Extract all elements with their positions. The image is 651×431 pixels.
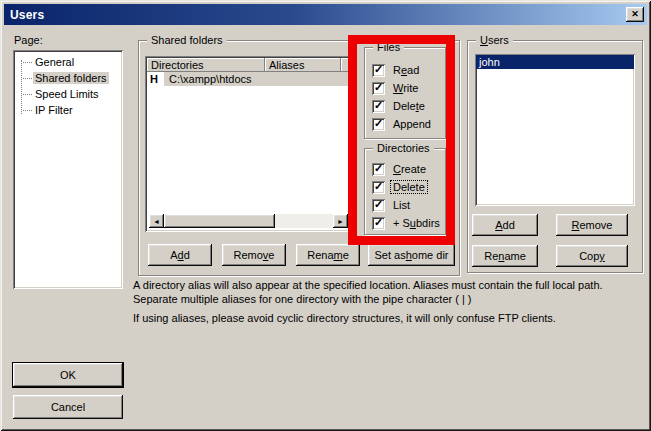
close-button[interactable]: ✕: [626, 7, 644, 22]
checkbox-row-write[interactable]: ✓ Write: [372, 79, 443, 97]
directory-path: C:\xampp\htdocs: [164, 72, 350, 86]
sidebar-item-speed-limits[interactable]: Speed Limits: [33, 86, 121, 102]
check-icon: ✓: [374, 81, 383, 94]
check-icon: ✓: [374, 99, 383, 112]
file-delete-checkbox-label: Delete: [391, 100, 427, 112]
subdirs-checkbox[interactable]: ✓: [372, 217, 385, 230]
check-icon: ✓: [374, 162, 383, 175]
column-header-filler: [341, 58, 350, 72]
ok-button[interactable]: OK: [13, 363, 123, 387]
sidebar-item-general[interactable]: General: [33, 54, 121, 70]
append-checkbox-label: Append: [391, 118, 433, 130]
title-bar[interactable]: Users: [4, 4, 647, 25]
folder-add-button[interactable]: Add: [148, 244, 212, 266]
sidebar-item-ip-filter[interactable]: IP Filter: [33, 102, 121, 118]
checkbox-row-dir-delete[interactable]: ✓ Delete: [372, 178, 443, 196]
scroll-left-button[interactable]: ◄: [149, 214, 164, 228]
close-icon: ✕: [631, 10, 639, 19]
window-title: Users: [10, 8, 44, 22]
check-icon: ✓: [374, 180, 383, 193]
user-rename-button[interactable]: Rename: [472, 245, 538, 267]
subdirs-checkbox-label: + Subdirs: [391, 217, 442, 229]
page-tree[interactable]: General Shared folders Speed Limits IP F…: [13, 50, 123, 289]
cancel-button[interactable]: Cancel: [13, 395, 123, 419]
checkbox-row-list[interactable]: ✓ List: [372, 196, 443, 214]
users-listbox[interactable]: john: [475, 54, 635, 206]
user-copy-button[interactable]: Copy: [556, 245, 628, 267]
list-checkbox[interactable]: ✓: [372, 199, 385, 212]
append-checkbox[interactable]: ✓: [372, 118, 385, 131]
dir-delete-checkbox-label: Delete: [391, 181, 427, 193]
sidebar-item-shared-folders[interactable]: Shared folders: [33, 70, 121, 86]
notes-section: A directory alias will also appear at th…: [133, 278, 645, 330]
column-header-aliases[interactable]: Aliases: [265, 58, 341, 72]
checkbox-row-append[interactable]: ✓ Append: [372, 115, 443, 133]
user-remove-button[interactable]: Remove: [556, 214, 628, 236]
scroll-right-button[interactable]: ►: [333, 214, 348, 228]
directories-group: Directories ✓ Create ✓ Delete ✓ List ✓ +…: [364, 148, 446, 235]
scrollbar-thumb[interactable]: [164, 214, 275, 228]
checkbox-row-read[interactable]: ✓ Read: [372, 61, 443, 79]
file-delete-checkbox[interactable]: ✓: [372, 100, 385, 113]
table-row[interactable]: H C:\xampp\htdocs: [147, 72, 350, 86]
scroll-right-icon: ►: [337, 218, 344, 225]
check-icon: ✓: [374, 117, 383, 130]
checkbox-row-create[interactable]: ✓ Create: [372, 160, 443, 178]
create-checkbox-label: Create: [391, 163, 428, 175]
checkbox-row-file-delete[interactable]: ✓ Delete: [372, 97, 443, 115]
column-header-directories[interactable]: Directories: [147, 58, 265, 72]
read-checkbox[interactable]: ✓: [372, 64, 385, 77]
cyclic-note: If using aliases, please avoid cyclic di…: [133, 311, 645, 325]
user-add-button[interactable]: Add: [472, 214, 538, 236]
shared-folders-group-label: Shared folders: [147, 34, 227, 46]
home-flag: H: [147, 72, 164, 86]
folder-rename-button[interactable]: Rename: [296, 244, 360, 266]
check-icon: ✓: [374, 216, 383, 229]
folder-remove-button[interactable]: Remove: [222, 244, 286, 266]
files-group: Files ✓ Read ✓ Write ✓ Delete ✓ Append: [364, 47, 446, 139]
set-as-home-dir-button[interactable]: Set as home dir: [368, 244, 455, 266]
alias-note: A directory alias will also appear at th…: [133, 278, 645, 306]
directories-listview[interactable]: Directories Aliases H C:\xampp\htdocs ◄ …: [145, 56, 352, 232]
listview-header: Directories Aliases: [147, 58, 350, 72]
page-label: Page:: [14, 34, 43, 46]
users-group-label: Users: [476, 34, 513, 46]
directories-group-label: Directories: [373, 142, 434, 154]
write-checkbox-label: Write: [391, 82, 420, 94]
horizontal-scrollbar[interactable]: ◄ ►: [149, 214, 348, 228]
list-checkbox-label: List: [391, 199, 412, 211]
check-icon: ✓: [374, 198, 383, 211]
check-icon: ✓: [374, 63, 383, 76]
write-checkbox[interactable]: ✓: [372, 82, 385, 95]
files-group-label: Files: [373, 41, 404, 53]
checkbox-row-subdirs[interactable]: ✓ + Subdirs: [372, 214, 443, 232]
scrollbar-track[interactable]: [275, 214, 333, 228]
read-checkbox-label: Read: [391, 64, 421, 76]
dir-delete-checkbox[interactable]: ✓: [372, 181, 385, 194]
create-checkbox[interactable]: ✓: [372, 163, 385, 176]
list-item-user[interactable]: john: [476, 55, 634, 69]
scroll-left-icon: ◄: [153, 218, 160, 225]
